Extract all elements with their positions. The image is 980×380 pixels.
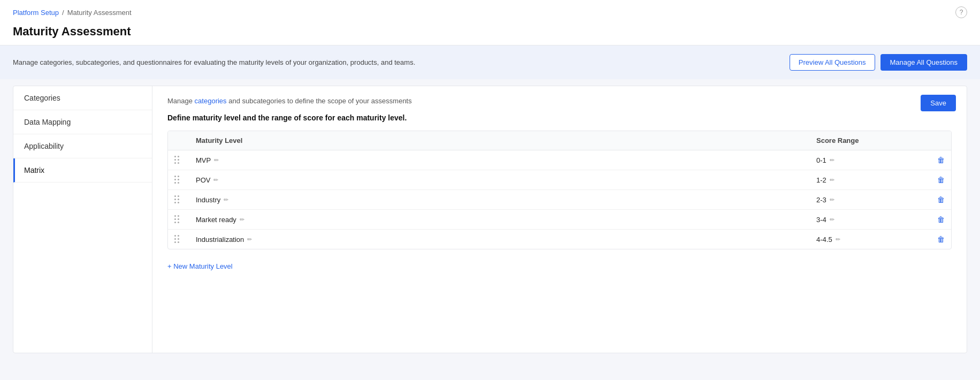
banner-text: Manage categories, subcategories, and qu… bbox=[13, 58, 415, 66]
section-title: Define maturity level and the range of s… bbox=[167, 113, 952, 122]
content-area: Manage categories and subcategories to d… bbox=[152, 86, 967, 353]
edit-score-icon[interactable]: ✏ bbox=[830, 216, 834, 223]
maturity-level-name: Industry ✏ bbox=[196, 196, 816, 204]
manage-all-questions-button[interactable]: Manage All Questions bbox=[881, 54, 967, 71]
edit-icon[interactable]: ✏ bbox=[214, 157, 219, 164]
drag-handle[interactable] bbox=[174, 195, 196, 204]
table-row: POV ✏ 1-2 ✏ 🗑 bbox=[168, 170, 951, 190]
delete-row-button[interactable]: 🗑 bbox=[923, 235, 945, 244]
breadcrumb: Platform Setup / Maturity Assessment bbox=[13, 9, 132, 17]
table-row: Industrialization ✏ 4-4.5 ✏ 🗑 bbox=[168, 230, 951, 249]
edit-score-icon[interactable]: ✏ bbox=[836, 236, 840, 243]
edit-score-icon[interactable]: ✏ bbox=[830, 157, 834, 164]
info-banner: Manage categories, subcategories, and qu… bbox=[0, 45, 980, 79]
delete-row-button[interactable]: 🗑 bbox=[923, 215, 945, 224]
edit-icon[interactable]: ✏ bbox=[213, 177, 218, 184]
maturity-level-name: MVP ✏ bbox=[196, 156, 816, 164]
sidebar-item-data-mapping[interactable]: Data Mapping bbox=[13, 110, 152, 134]
preview-all-questions-button[interactable]: Preview All Questions bbox=[790, 54, 875, 71]
maturity-level-name: POV ✏ bbox=[196, 176, 816, 184]
sidebar-item-applicability[interactable]: Applicability bbox=[13, 134, 152, 158]
content-description: Manage categories and subcategories to d… bbox=[167, 97, 412, 105]
edit-score-icon[interactable]: ✏ bbox=[830, 177, 834, 184]
drag-handle[interactable] bbox=[174, 176, 196, 184]
table-row: Market ready ✏ 3-4 ✏ 🗑 bbox=[168, 210, 951, 230]
score-range-value: 2-3 ✏ bbox=[816, 196, 923, 204]
table-row: Industry ✏ 2-3 ✏ 🗑 bbox=[168, 190, 951, 210]
col-score-range: Score Range bbox=[816, 136, 923, 145]
categories-link[interactable]: categories bbox=[195, 97, 227, 105]
maturity-table: Maturity Level Score Range MVP ✏ bbox=[167, 131, 952, 249]
edit-icon[interactable]: ✏ bbox=[240, 216, 244, 223]
edit-icon[interactable]: ✏ bbox=[247, 236, 252, 243]
sidebar-item-categories[interactable]: Categories bbox=[13, 86, 152, 110]
maturity-level-name: Industrialization ✏ bbox=[196, 235, 816, 244]
score-range-value: 0-1 ✏ bbox=[816, 156, 923, 164]
table-header: Maturity Level Score Range bbox=[168, 131, 951, 150]
breadcrumb-separator: / bbox=[62, 9, 64, 17]
delete-row-button[interactable]: 🗑 bbox=[923, 156, 945, 164]
add-maturity-level-button[interactable]: + New Maturity Level bbox=[167, 260, 952, 272]
help-icon[interactable]: ? bbox=[955, 6, 967, 18]
table-row: MVP ✏ 0-1 ✏ 🗑 bbox=[168, 150, 951, 170]
edit-icon[interactable]: ✏ bbox=[224, 196, 228, 203]
score-range-value: 3-4 ✏ bbox=[816, 216, 923, 224]
drag-handle[interactable] bbox=[174, 235, 196, 244]
maturity-level-name: Market ready ✏ bbox=[196, 216, 816, 224]
breadcrumb-parent[interactable]: Platform Setup bbox=[13, 9, 59, 17]
page-title: Maturity Assessment bbox=[0, 22, 980, 45]
drag-handle[interactable] bbox=[174, 156, 196, 164]
edit-score-icon[interactable]: ✏ bbox=[830, 196, 834, 203]
sidebar: Categories Data Mapping Applicability Ma… bbox=[13, 86, 152, 353]
drag-handle[interactable] bbox=[174, 215, 196, 224]
delete-row-button[interactable]: 🗑 bbox=[923, 195, 945, 204]
banner-actions: Preview All Questions Manage All Questio… bbox=[790, 54, 967, 71]
sidebar-item-matrix[interactable]: Matrix bbox=[13, 158, 152, 183]
content-header: Manage categories and subcategories to d… bbox=[167, 97, 952, 105]
col-maturity-level: Maturity Level bbox=[196, 136, 816, 145]
score-range-value: 4-4.5 ✏ bbox=[816, 235, 923, 244]
breadcrumb-current: Maturity Assessment bbox=[67, 9, 132, 17]
main-content: Categories Data Mapping Applicability Ma… bbox=[13, 86, 967, 353]
save-button[interactable]: Save bbox=[921, 95, 956, 111]
delete-row-button[interactable]: 🗑 bbox=[923, 176, 945, 184]
score-range-value: 1-2 ✏ bbox=[816, 176, 923, 184]
